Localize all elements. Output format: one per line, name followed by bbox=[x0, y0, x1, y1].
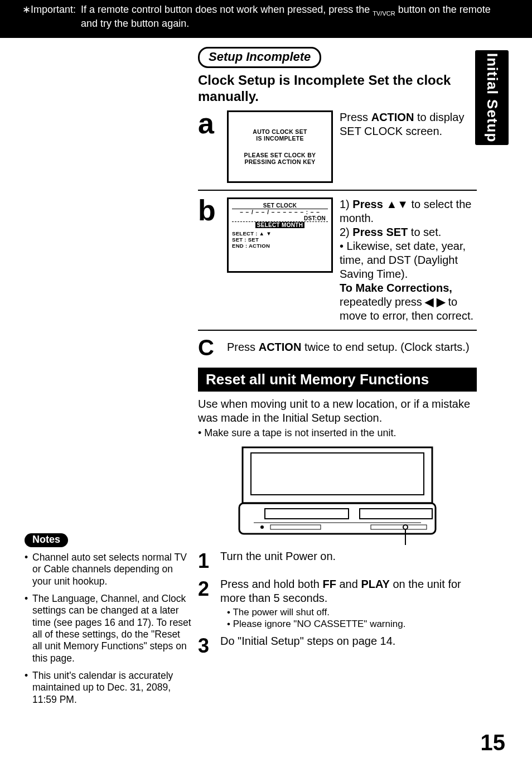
osd-b-dst: DST:ON bbox=[232, 215, 328, 222]
step-a-letter: a bbox=[198, 110, 220, 137]
step-b-row: b SET CLOCK – – / – – / – – – – – – : – … bbox=[198, 197, 477, 323]
osd-a-line4: PRESSING ACTION KEY bbox=[233, 158, 327, 165]
step-2-text: Press and hold both FF and PLAY on the u… bbox=[220, 577, 477, 630]
notes-label: Notes bbox=[25, 533, 68, 547]
reset-intro: Use when moving unit to a new location, … bbox=[198, 397, 477, 425]
clock-setup-heading: Clock Setup is Incomplete Set the clock … bbox=[198, 73, 477, 105]
osd-b-legend1: SELECT : ▲ ▼ bbox=[232, 230, 328, 237]
step-num-2: 2 bbox=[198, 577, 212, 601]
important-message: If a remote control button does not work… bbox=[81, 3, 505, 30]
main-content: Setup Incomplete Clock Setup is Incomple… bbox=[198, 47, 477, 658]
b-bullet: • Likewise, set date, year, time, and DS… bbox=[340, 239, 477, 281]
setup-incomplete-pill: Setup Incomplete bbox=[198, 47, 321, 68]
osd-b-legend3: END : ACTION bbox=[232, 243, 328, 249]
step-3-text: Do "Initial Setup" steps on page 14. bbox=[220, 634, 477, 648]
b-corr-pre: repeatedly press bbox=[340, 296, 425, 308]
s2-sub2: Please ignore "NO CASSETTE" warning. bbox=[227, 618, 477, 630]
c-post: twice to end setup. (Clock starts.) bbox=[301, 341, 469, 353]
osd-b-legend2: SET : SET bbox=[232, 237, 328, 243]
banner-text-1: If a remote control button does not work… bbox=[81, 4, 373, 15]
step-c-letter: C bbox=[198, 337, 220, 358]
step-a-desc: Press ACTION to display SET CLOCK screen… bbox=[340, 110, 477, 138]
b-corr-bold: To Make Corrections, bbox=[340, 281, 477, 295]
tv-vcr-unit-illustration bbox=[231, 445, 443, 545]
note-item: The Language, Channel, and Clock setting… bbox=[25, 593, 192, 664]
s2-sub1: The power will shut off. bbox=[227, 606, 477, 618]
b-1-pre: 1) bbox=[340, 198, 352, 210]
svg-point-6 bbox=[260, 525, 264, 529]
notes-column: Notes Channel auto set selects normal TV… bbox=[25, 533, 192, 711]
step-b-desc: 1) Press ▲▼ to select the month. 2) Pres… bbox=[340, 197, 477, 323]
a-desc-pre: Press bbox=[340, 111, 371, 123]
note-item: This unit's calendar is accurately maint… bbox=[25, 670, 192, 706]
osd-b-title: SET CLOCK bbox=[232, 202, 328, 209]
step-num-1: 1 bbox=[198, 549, 212, 573]
osd-a-line2: IS INCOMPLETE bbox=[233, 135, 327, 142]
important-banner: ∗Important: If a remote control button d… bbox=[0, 0, 532, 38]
section-tab-initial-setup: Initial Setup bbox=[475, 50, 509, 145]
step-c-desc: Press ACTION twice to end setup. (Clock … bbox=[227, 340, 477, 354]
svg-rect-7 bbox=[270, 525, 321, 529]
tvvcr-label: TV/VCR bbox=[373, 10, 395, 17]
osd-a-line1: AUTO CLOCK SET bbox=[233, 128, 327, 135]
osd-screen-b: SET CLOCK – – / – – / – – – – – – : – – … bbox=[227, 197, 333, 273]
step-c-row: C Press ACTION twice to end setup. (Cloc… bbox=[198, 337, 477, 358]
note-item: Channel auto set selects normal TV or Ca… bbox=[25, 552, 192, 587]
svg-point-9 bbox=[403, 525, 408, 529]
svg-rect-8 bbox=[371, 525, 427, 529]
step-b-letter: b bbox=[198, 197, 220, 224]
divider-2 bbox=[198, 330, 477, 331]
b-2-pre: 2) bbox=[340, 226, 352, 238]
osd-a-line3: PLEASE SET CLOCK BY bbox=[233, 152, 327, 158]
a-desc-bold: ACTION bbox=[371, 111, 414, 123]
reset-step-1: 1 Turn the unit Power on. bbox=[198, 549, 477, 573]
b-2-bold: Press SET bbox=[352, 226, 408, 238]
step-1-text: Turn the unit Power on. bbox=[220, 549, 477, 563]
reset-step-2: 2 Press and hold both FF and PLAY on the… bbox=[198, 577, 477, 630]
svg-rect-4 bbox=[360, 509, 432, 519]
step-a-row: a AUTO CLOCK SET IS INCOMPLETE PLEASE SE… bbox=[198, 110, 477, 183]
c-pre: Press bbox=[227, 341, 259, 353]
notes-list: Channel auto set selects normal TV or Ca… bbox=[25, 552, 192, 706]
svg-rect-3 bbox=[265, 509, 349, 519]
b-2-post: to set. bbox=[408, 226, 441, 238]
reset-intro-bullet: • Make sure a tape is not inserted in th… bbox=[198, 427, 477, 439]
osd-screen-a: AUTO CLOCK SET IS INCOMPLETE PLEASE SET … bbox=[227, 110, 333, 183]
osd-b-dashes: – – / – – / – – – – – – : – – bbox=[232, 209, 328, 215]
reset-step-3: 3 Do "Initial Setup" steps on page 14. bbox=[198, 634, 477, 658]
c-bold: ACTION bbox=[259, 341, 302, 353]
s2-ff: FF bbox=[322, 578, 336, 590]
page-number: 15 bbox=[481, 730, 506, 755]
s2-pre: Press and hold both bbox=[220, 578, 322, 590]
divider-1 bbox=[198, 190, 477, 191]
reset-section-bar: Reset all unit Memory Functions bbox=[198, 368, 477, 392]
important-prefix: ∗Important: bbox=[22, 3, 78, 16]
step-num-3: 3 bbox=[198, 634, 212, 658]
s2-play: PLAY bbox=[361, 578, 390, 590]
b-1-bold: Press ▲▼ bbox=[352, 198, 408, 210]
svg-rect-1 bbox=[251, 453, 424, 495]
left-right-arrows-icon: ◀ ▶ bbox=[425, 296, 445, 308]
osd-b-select-month: SELECT MONTH bbox=[255, 222, 305, 228]
s2-mid: and bbox=[336, 578, 361, 590]
